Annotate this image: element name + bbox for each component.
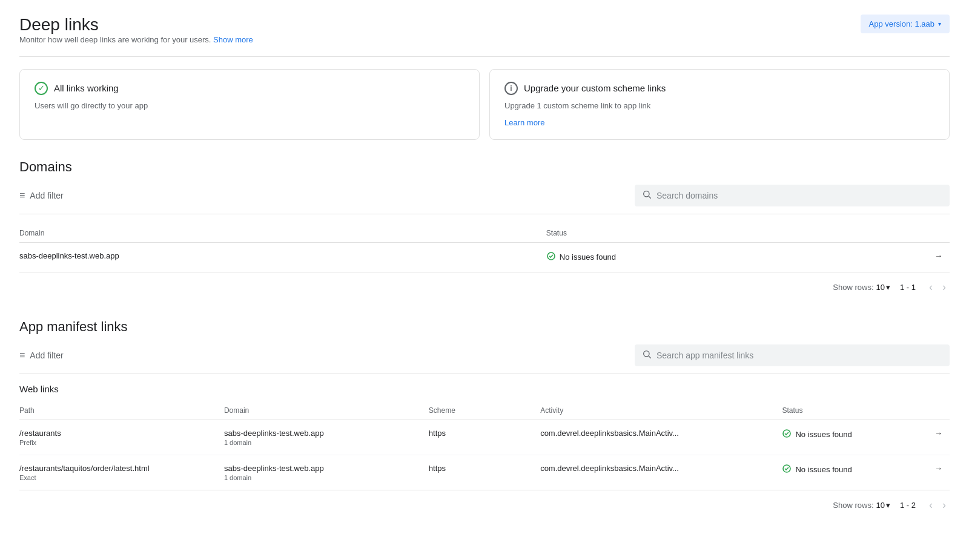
scheme-cell: https	[429, 455, 540, 490]
domains-section-title: Domains	[19, 159, 950, 175]
page-title: Deep links	[19, 15, 253, 35]
manifest-rows-select: Show rows: 10 ▾	[833, 501, 890, 510]
status-ok-badge: No issues found	[782, 464, 905, 476]
card-header-success: ✓ All links working	[35, 82, 465, 95]
domains-section: Domains ≡ Add filter Domain Status	[19, 159, 950, 300]
domains-pagination: Show rows: 10 ▾ 1 - 1 ‹ ›	[19, 272, 950, 300]
web-links-subtitle: Web links	[19, 384, 950, 394]
status-cell: No issues found	[782, 420, 912, 455]
manifest-add-filter-label[interactable]: Add filter	[30, 351, 63, 360]
svg-line-1	[649, 196, 651, 199]
card-title-success: All links working	[54, 83, 119, 93]
domains-row-arrow[interactable]: →	[925, 242, 950, 272]
card-desc-success: Users will go directly to your app	[35, 101, 465, 110]
domain-cell: sabs-deeplinks-test.web.app 1 domain	[224, 420, 429, 455]
app-version-button[interactable]: App version: 1.aab ▾	[861, 15, 950, 33]
domains-search-box[interactable]	[635, 185, 950, 206]
domains-search-icon	[642, 189, 652, 202]
rows-chevron-icon: ▾	[886, 501, 890, 510]
page-header: Deep links Monitor how well deep links a…	[19, 15, 950, 47]
path-cell: /restaurants Prefix	[19, 420, 224, 455]
manifest-page-nav: ‹ ›	[925, 498, 950, 513]
domains-rows-value[interactable]: 10 ▾	[876, 283, 890, 292]
status-cards: ✓ All links working Users will go direct…	[19, 69, 950, 140]
manifest-search-input[interactable]	[656, 351, 942, 360]
status-cell: No issues found	[546, 242, 925, 272]
status-ok-icon	[546, 251, 556, 263]
manifest-search-icon	[642, 349, 652, 361]
success-icon: ✓	[35, 82, 48, 95]
col-header-status: Status	[782, 401, 912, 420]
status-ok-badge: No issues found	[546, 251, 918, 263]
manifest-next-btn[interactable]: ›	[939, 498, 950, 513]
col-header-domain: Domain	[19, 224, 546, 243]
page-subtitle: Monitor how well deep links are working …	[19, 35, 253, 44]
domains-table-body: sabs-deeplinks-test.web.app No issues fo…	[19, 242, 950, 272]
manifest-prev-btn[interactable]: ‹	[925, 498, 936, 513]
domains-filter-bar: ≡ Add filter	[19, 185, 950, 214]
info-icon: i	[504, 82, 518, 95]
svg-line-4	[649, 356, 651, 358]
activity-cell: com.devrel.deeplinksbasics.MainActiv...	[540, 420, 782, 455]
domains-page-range: 1 - 1	[900, 283, 916, 292]
svg-point-3	[644, 351, 649, 356]
domains-table-header: Domain Status	[19, 224, 950, 243]
col-header-scheme: Scheme	[429, 401, 540, 420]
manifest-table: Path Domain Scheme Activity Status /rest…	[19, 401, 950, 490]
header-left: Deep links Monitor how well deep links a…	[19, 15, 253, 47]
domain-cell: sabs-deeplinks-test.web.app	[19, 242, 546, 272]
manifest-section: App manifest links ≡ Add filter Web link…	[19, 319, 950, 518]
domains-add-filter-label[interactable]: Add filter	[30, 191, 63, 200]
show-more-link[interactable]: Show more	[213, 35, 253, 44]
domain-cell: sabs-deeplinks-test.web.app 1 domain	[224, 455, 429, 490]
status-ok-icon	[782, 429, 792, 441]
domains-filter-icon: ≡	[19, 190, 25, 201]
col-header-domain: Domain	[224, 401, 429, 420]
manifest-page-range: 1 - 2	[900, 501, 916, 510]
domains-table: Domain Status sabs-deeplinks-test.web.ap…	[19, 224, 950, 272]
status-ok-badge: No issues found	[782, 429, 905, 441]
manifest-section-title: App manifest links	[19, 319, 950, 335]
manifest-table-body: /restaurants Prefix sabs-deeplinks-test.…	[19, 420, 950, 490]
status-cell: No issues found	[782, 455, 912, 490]
manifest-row-arrow-0[interactable]: →	[913, 420, 950, 455]
col-header-path: Path	[19, 401, 224, 420]
rows-chevron-icon: ▾	[886, 283, 890, 292]
scheme-cell: https	[429, 420, 540, 455]
col-header-activity: Activity	[540, 401, 782, 420]
manifest-search-box[interactable]	[635, 344, 950, 366]
domains-rows-select: Show rows: 10 ▾	[833, 283, 890, 292]
card-header-info: i Upgrade your custom scheme links	[504, 82, 934, 95]
svg-point-0	[644, 191, 649, 196]
card-desc-info: Upgrade 1 custom scheme link to app link	[504, 101, 934, 110]
col-header-status: Status	[546, 224, 925, 243]
manifest-filter-left[interactable]: ≡ Add filter	[19, 350, 635, 361]
domains-next-btn[interactable]: ›	[939, 280, 950, 295]
learn-more-link[interactable]: Learn more	[504, 118, 544, 127]
card-title-info: Upgrade your custom scheme links	[524, 83, 666, 93]
upgrade-scheme-card: i Upgrade your custom scheme links Upgra…	[489, 69, 950, 140]
path-cell: /restaurants/taquitos/order/latest.html …	[19, 455, 224, 490]
domains-prev-btn[interactable]: ‹	[925, 280, 936, 295]
manifest-table-header: Path Domain Scheme Activity Status	[19, 401, 950, 420]
manifest-pagination: Show rows: 10 ▾ 1 - 2 ‹ ›	[19, 490, 950, 518]
table-row: sabs-deeplinks-test.web.app No issues fo…	[19, 242, 950, 272]
app-version-chevron-icon: ▾	[938, 21, 941, 27]
manifest-row-arrow-1[interactable]: →	[913, 455, 950, 490]
activity-cell: com.devrel.deeplinksbasics.MainActiv...	[540, 455, 782, 490]
manifest-filter-icon: ≡	[19, 350, 25, 361]
manifest-filter-bar: ≡ Add filter	[19, 344, 950, 374]
header-divider	[19, 56, 950, 57]
all-links-working-card: ✓ All links working Users will go direct…	[19, 69, 480, 140]
domains-search-input[interactable]	[656, 191, 942, 200]
table-row: /restaurants/taquitos/order/latest.html …	[19, 455, 950, 490]
manifest-rows-value[interactable]: 10 ▾	[876, 501, 890, 510]
table-row: /restaurants Prefix sabs-deeplinks-test.…	[19, 420, 950, 455]
status-ok-icon	[782, 464, 792, 476]
domains-filter-left[interactable]: ≡ Add filter	[19, 190, 635, 201]
domains-page-nav: ‹ ›	[925, 280, 950, 295]
